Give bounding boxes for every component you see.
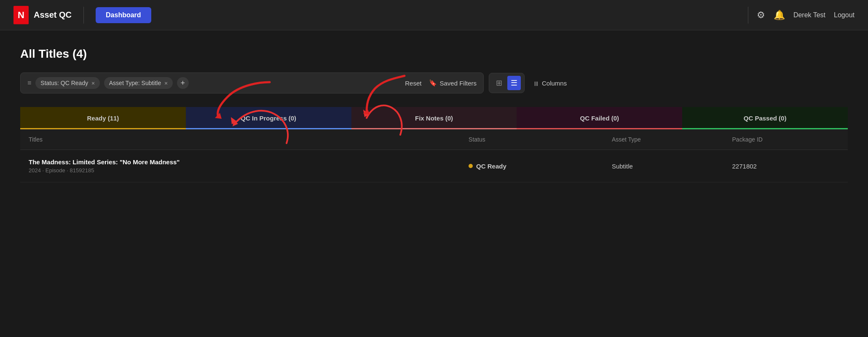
tab-qc-passed[interactable]: QC Passed (0) (682, 107, 848, 129)
asset-type-cell: Subtitle (603, 150, 724, 182)
grid-view-button[interactable]: ⊞ (493, 76, 506, 90)
reset-filters-button[interactable]: Reset (405, 80, 421, 87)
title-cell: The Madness: Limited Series: "No More Ma… (20, 150, 460, 182)
status-tabs: Ready (11) QC In Progress (0) Fix Notes … (20, 107, 848, 129)
filter-bar: ≡ Status: QC Ready × Asset Type: Subtitl… (20, 72, 848, 94)
package-id-cell: 2271802 (724, 150, 848, 182)
title-name: The Madness: Limited Series: "No More Ma… (29, 158, 452, 166)
bell-icon[interactable]: 🔔 (774, 10, 785, 21)
nav-divider-2 (748, 7, 748, 24)
list-view-button[interactable]: ☰ (507, 76, 521, 90)
columns-button[interactable]: ⫼ Columns (533, 80, 567, 87)
top-nav: N Asset QC Dashboard ⚙ 🔔 Derek Test Logo… (0, 0, 868, 30)
nav-right: ⚙ 🔔 Derek Test Logout (748, 7, 855, 24)
asset-type-filter-label: Asset Type: Subtitle (109, 80, 161, 86)
status-filter-tag[interactable]: Status: QC Ready × (35, 77, 99, 89)
main-content: All Titles (4) ≡ Status: QC Ready × Asse… (0, 30, 868, 182)
col-status: Status (460, 129, 603, 150)
status-label: QC Ready (476, 163, 506, 170)
view-toggle: ⊞ ☰ (489, 73, 525, 93)
nav-logo: N Asset QC (13, 6, 72, 24)
asset-type-filter-tag[interactable]: Asset Type: Subtitle × (104, 77, 173, 89)
columns-label: Columns (542, 80, 567, 87)
saved-filters-button[interactable]: 🔖 Saved Filters (429, 79, 477, 87)
tab-ready[interactable]: Ready (11) (20, 107, 186, 129)
saved-filters-label: Saved Filters (439, 80, 477, 87)
columns-icon: ⫼ (533, 80, 539, 87)
title-meta: 2024 · Episode · 81592185 (29, 167, 452, 174)
filter-container: ≡ Status: QC Ready × Asset Type: Subtitl… (20, 72, 484, 94)
app-title: Asset QC (34, 10, 72, 20)
bookmark-icon: 🔖 (429, 79, 437, 87)
tab-qc-in-progress[interactable]: QC In Progress (0) (186, 107, 351, 129)
status-filter-remove[interactable]: × (91, 80, 95, 86)
status-dot (469, 164, 473, 168)
col-asset-type: Asset Type (603, 129, 724, 150)
add-filter-button[interactable]: + (177, 77, 189, 89)
col-package-id: Package ID (724, 129, 848, 150)
settings-icon[interactable]: ⚙ (757, 10, 765, 21)
tab-qc-failed[interactable]: QC Failed (0) (517, 107, 682, 129)
user-name: Derek Test (793, 11, 825, 19)
filter-lines-icon: ≡ (27, 79, 31, 87)
netflix-logo: N (13, 6, 29, 24)
page-title: All Titles (4) (20, 47, 848, 61)
data-table: Titles Status Asset Type Package ID The … (20, 129, 848, 182)
dashboard-button[interactable]: Dashboard (96, 7, 151, 23)
status-filter-label: Status: QC Ready (40, 80, 88, 86)
status-cell: QC Ready (460, 150, 603, 182)
table-row[interactable]: The Madness: Limited Series: "No More Ma… (20, 150, 848, 182)
col-titles: Titles (20, 129, 460, 150)
logout-link[interactable]: Logout (834, 11, 855, 19)
asset-type-filter-remove[interactable]: × (164, 80, 168, 86)
tab-fix-notes[interactable]: Fix Notes (0) (351, 107, 517, 129)
table-header-row: Titles Status Asset Type Package ID (20, 129, 848, 150)
nav-divider-1 (83, 7, 84, 24)
